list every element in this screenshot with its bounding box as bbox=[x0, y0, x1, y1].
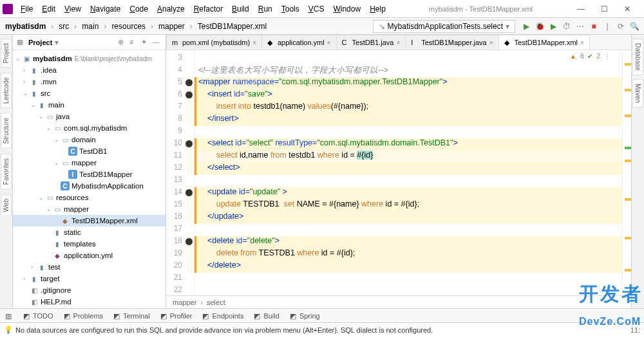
tree-node[interactable]: ◧HELP.md bbox=[13, 296, 166, 308]
tool-tab-project[interactable]: Project bbox=[1, 39, 12, 68]
stripe-mark[interactable] bbox=[625, 237, 631, 239]
code-line[interactable]: select id,name from testdb1 where id = #… bbox=[194, 151, 622, 163]
tree-node[interactable]: ITestDB1Mapper bbox=[13, 169, 166, 180]
update-button[interactable]: ⟳ bbox=[615, 21, 627, 32]
line-number[interactable]: 7 bbox=[166, 102, 194, 114]
debug-button[interactable]: 🐞 bbox=[534, 21, 545, 32]
line-number[interactable]: 6 bbox=[166, 89, 194, 102]
code-line[interactable]: <insert id="save"> bbox=[194, 89, 622, 102]
breadcrumbs[interactable]: mybatisdm›src›main›resources›mapper›Test… bbox=[4, 21, 372, 32]
line-number[interactable]: 3 bbox=[166, 53, 194, 65]
line-number[interactable]: 12 bbox=[166, 163, 194, 175]
code-area[interactable]: 345678910111213141516171819202122 ▲8 ✔2 … bbox=[166, 50, 631, 295]
line-number[interactable]: 13 bbox=[166, 175, 194, 187]
tree-node[interactable]: CMybatisdmApplication bbox=[13, 180, 166, 192]
collapse-icon[interactable]: ✦ bbox=[141, 38, 150, 47]
gutter-icon[interactable] bbox=[185, 189, 193, 196]
expand-icon[interactable]: ≡ bbox=[129, 38, 138, 47]
stripe-mark[interactable] bbox=[625, 115, 631, 117]
line-number[interactable]: 19 bbox=[166, 248, 194, 261]
quick-access-icon[interactable]: ▥ bbox=[0, 309, 18, 322]
breadcrumb-item[interactable]: resources bbox=[110, 21, 147, 32]
run-button[interactable]: ▶ bbox=[520, 21, 532, 32]
editor-tab[interactable]: ◆TestDB1Mapper.xml× bbox=[498, 35, 590, 50]
crumb-item[interactable]: select bbox=[207, 299, 225, 306]
code-line[interactable]: <delete id="delete"> bbox=[194, 236, 622, 248]
line-number[interactable]: 4 bbox=[166, 65, 194, 77]
bottom-tab-spring[interactable]: ◩Spring bbox=[285, 309, 325, 322]
project-tree[interactable]: ⌄▣mybatisdmE:\blank\project\mybatisdm›▮.… bbox=[13, 50, 166, 308]
tree-node[interactable]: ⌄▭mapper bbox=[13, 157, 166, 169]
line-number[interactable]: 15 bbox=[166, 199, 194, 212]
menu-code[interactable]: Code bbox=[126, 3, 152, 15]
tree-node[interactable]: ◆application.yml bbox=[13, 250, 166, 261]
code-line[interactable]: <!--这里表名大写小写都可以，字段大小写都可以--> bbox=[194, 65, 622, 77]
stripe-mark[interactable] bbox=[625, 269, 631, 272]
stop-button[interactable]: ■ bbox=[588, 21, 600, 32]
bottom-tab-todo[interactable]: ◩TODO bbox=[18, 309, 59, 322]
editor-tab[interactable]: CTestDB1.java× bbox=[336, 35, 406, 50]
menu-window[interactable]: Window bbox=[329, 3, 365, 15]
breadcrumb-item[interactable]: mapper bbox=[157, 21, 186, 32]
bottom-tab-terminal[interactable]: ◩Terminal bbox=[108, 309, 155, 322]
crumb-item[interactable]: mapper bbox=[173, 299, 196, 306]
tree-node[interactable]: ⌄▭resources bbox=[13, 192, 166, 203]
tree-node[interactable]: ›▮.mvn bbox=[13, 76, 166, 88]
tree-node[interactable]: ⌄▭mapper bbox=[13, 203, 166, 215]
menu-edit[interactable]: Edit bbox=[38, 3, 59, 15]
line-number[interactable]: 14 bbox=[166, 187, 194, 199]
close-button[interactable]: ✕ bbox=[618, 3, 636, 15]
tree-node[interactable]: ›▮target bbox=[13, 273, 166, 284]
close-icon[interactable]: × bbox=[580, 39, 584, 46]
code-line[interactable] bbox=[194, 53, 622, 65]
code-line[interactable]: delete from TESTDB1 where id = #{id}; bbox=[194, 248, 622, 261]
close-icon[interactable]: × bbox=[489, 39, 493, 46]
coverage-button[interactable]: ▶ bbox=[547, 21, 559, 32]
line-number[interactable]: 22 bbox=[166, 285, 194, 295]
line-number[interactable]: 17 bbox=[166, 224, 194, 236]
close-icon[interactable]: × bbox=[252, 39, 256, 46]
code-line[interactable]: </insert> bbox=[194, 114, 622, 126]
editor-tab[interactable]: ITestDB1Mapper.java× bbox=[405, 35, 498, 50]
stripe-mark[interactable] bbox=[625, 63, 631, 66]
tree-node[interactable]: ⌄▮main bbox=[13, 99, 166, 111]
caret-position[interactable]: 11: bbox=[630, 326, 640, 334]
line-number[interactable]: 11 bbox=[166, 151, 194, 163]
minimize-button[interactable]: — bbox=[572, 3, 590, 15]
code-line[interactable] bbox=[194, 273, 622, 285]
attach-button[interactable]: ⋯ bbox=[574, 21, 586, 32]
stripe-mark[interactable] bbox=[625, 89, 631, 91]
close-icon[interactable]: × bbox=[327, 39, 331, 46]
menu-view[interactable]: View bbox=[61, 3, 85, 15]
gutter[interactable]: 345678910111213141516171819202122 bbox=[166, 50, 194, 295]
gutter-icon[interactable] bbox=[185, 79, 193, 86]
editor-tab[interactable]: mpom.xml (mybatisdm)× bbox=[166, 35, 262, 50]
gutter-icon[interactable] bbox=[185, 140, 193, 147]
run-config-selector[interactable]: ↘ MybatisdmApplicationTests.select ▾ bbox=[373, 20, 515, 33]
code-line[interactable]: <select id="select" resultType="com.sql.… bbox=[194, 138, 622, 151]
menu-file[interactable]: File bbox=[17, 3, 37, 15]
menu-help[interactable]: Help bbox=[366, 3, 390, 15]
gutter-icon[interactable] bbox=[185, 238, 193, 245]
editor-tab[interactable]: ◆application.yml× bbox=[261, 35, 337, 50]
line-number[interactable]: 18 bbox=[166, 236, 194, 248]
line-number[interactable]: 5 bbox=[166, 77, 194, 89]
tool-tab-favorites[interactable]: Favorites bbox=[1, 154, 12, 189]
tree-node[interactable]: ⌄▭com.sql.mybatisdm bbox=[13, 122, 166, 134]
breadcrumb-item[interactable]: mybatisdm bbox=[4, 21, 47, 32]
code-line[interactable]: </update> bbox=[194, 212, 622, 224]
bottom-tab-profiler[interactable]: ◩Profiler bbox=[155, 309, 198, 322]
gutter-icon[interactable] bbox=[185, 91, 193, 98]
line-number[interactable]: 9 bbox=[166, 126, 194, 138]
menu-run[interactable]: Run bbox=[254, 3, 276, 15]
code-line[interactable]: </select> bbox=[194, 163, 622, 175]
tool-tab-structure[interactable]: Structure bbox=[1, 113, 12, 149]
code-lines[interactable]: ▲8 ✔2 ⋮ <!--这里表名大写小写都可以，字段大小写都可以--><mapp… bbox=[194, 50, 622, 295]
menu-navigate[interactable]: Navigate bbox=[86, 3, 124, 15]
code-line[interactable]: update TESTDB1 set NAME = #{name} where … bbox=[194, 199, 622, 212]
menu-build[interactable]: Build bbox=[228, 3, 253, 15]
breadcrumb-item[interactable]: main bbox=[80, 21, 100, 32]
tree-node[interactable]: ◆TestDB1Mapper.xml bbox=[13, 215, 166, 226]
code-line[interactable]: <mapper namespace="com.sql.mybatisdm.map… bbox=[194, 77, 622, 89]
select-opened-icon[interactable]: ⊕ bbox=[118, 38, 127, 47]
